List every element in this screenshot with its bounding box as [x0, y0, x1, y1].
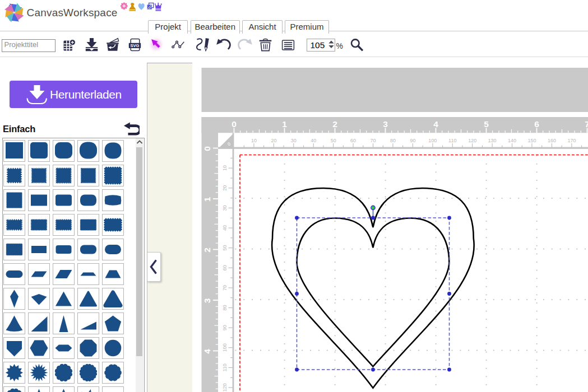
svg-text:110: 110: [448, 138, 456, 143]
svg-text:0: 0: [202, 146, 212, 151]
svg-text:40: 40: [311, 138, 316, 143]
svg-text:160: 160: [548, 138, 556, 143]
svg-text:30: 30: [222, 205, 228, 211]
svg-text:70: 70: [370, 138, 376, 143]
svg-text:30: 30: [291, 138, 297, 143]
svg-text:SVG: SVG: [131, 43, 140, 48]
svg-text:90: 90: [222, 325, 228, 330]
svg-text:60: 60: [222, 265, 228, 270]
svg-text:4: 4: [433, 119, 438, 129]
svg-text:5: 5: [484, 119, 489, 129]
svg-text:3: 3: [202, 298, 212, 303]
svg-text:1: 1: [282, 119, 287, 129]
svg-text:170: 170: [567, 138, 576, 143]
svg-text:120: 120: [468, 138, 476, 143]
svg-text:10: 10: [222, 165, 228, 171]
svg-text:60: 60: [350, 138, 356, 143]
svg-text:7: 7: [585, 119, 588, 129]
svg-text:140: 140: [508, 138, 516, 143]
svg-text:120: 120: [222, 384, 228, 392]
svg-text:80: 80: [390, 138, 396, 143]
svg-text:4: 4: [202, 349, 212, 354]
svg-text:80: 80: [222, 305, 228, 310]
svg-text:2: 2: [202, 248, 212, 253]
svg-text:20: 20: [271, 138, 276, 143]
svg-text:20: 20: [222, 185, 228, 191]
svg-text:10: 10: [251, 138, 257, 143]
svg-text:110: 110: [222, 363, 228, 371]
svg-text:90: 90: [410, 138, 415, 143]
svg-text:50: 50: [331, 138, 336, 143]
svg-text:2: 2: [332, 119, 337, 129]
svg-text:50: 50: [222, 245, 228, 251]
svg-text:40: 40: [222, 225, 228, 231]
svg-text:100: 100: [222, 343, 228, 352]
svg-text:1: 1: [202, 197, 212, 202]
svg-text:70: 70: [222, 285, 228, 291]
svg-text:6: 6: [534, 119, 539, 129]
svg-text:150: 150: [527, 138, 536, 143]
svg-text:0: 0: [232, 119, 237, 129]
svg-text:3: 3: [383, 119, 388, 129]
svg-text:130: 130: [488, 138, 497, 143]
svg-text:100: 100: [428, 138, 437, 143]
